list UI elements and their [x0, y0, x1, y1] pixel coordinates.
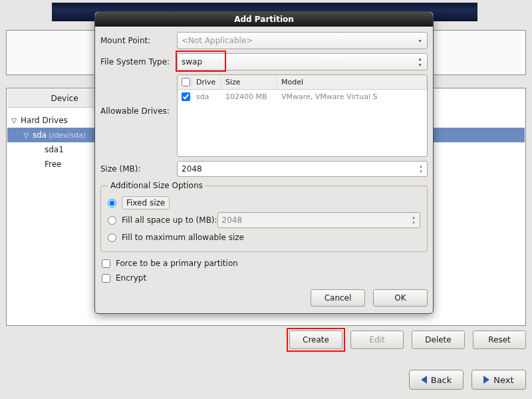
col-size: Size — [221, 75, 277, 89]
col-drive: Drive — [192, 75, 221, 89]
radio-fill-up-to-label: Fill all space up to (MB): — [122, 215, 217, 225]
tree-label: Hard Drives — [21, 116, 68, 125]
wizard-nav-bar: Back Next — [6, 370, 526, 390]
drive-size: 102400 MB — [221, 90, 277, 104]
radio-fill-max[interactable] — [108, 233, 116, 242]
force-primary-checkbox[interactable] — [102, 259, 110, 268]
drive-model: VMware, VMware Virtual S — [277, 90, 427, 104]
additional-size-legend: Additional Size Options — [108, 181, 205, 190]
updown-icon: ▴▾ — [415, 56, 425, 68]
arrow-left-icon — [421, 376, 427, 384]
mount-point-value: <Not Applicable> — [182, 36, 253, 45]
additional-size-options: Additional Size Options Fixed size Fill … — [100, 181, 428, 252]
radio-fill-up-to[interactable] — [108, 216, 116, 225]
fstype-value: swap — [182, 57, 202, 66]
size-label: Size (MB): — [100, 164, 177, 174]
disclosure-triangle-icon[interactable]: ▽ — [10, 116, 18, 124]
drive-name: sda — [192, 90, 221, 104]
cancel-button[interactable]: Cancel — [311, 289, 365, 307]
spinbox-icon: ▴▾ — [409, 213, 418, 227]
mount-point-dropdown[interactable]: <Not Applicable> ▾ — [177, 32, 428, 49]
tree-device-path: (/dev/sda) — [49, 131, 86, 140]
dialog-title: Add Partition — [95, 12, 433, 27]
encrypt-checkbox[interactable] — [102, 274, 110, 283]
partition-action-bar: Create Edit Delete Reset — [6, 331, 526, 349]
drive-row-sda[interactable]: sda 102400 MB VMware, VMware Virtual S — [178, 90, 427, 104]
delete-button[interactable]: Delete — [412, 331, 465, 349]
col-model: Model — [277, 75, 427, 89]
ok-button[interactable]: OK — [373, 289, 428, 307]
radio-fill-max-label: Fill to maximum allowable size — [122, 233, 244, 242]
fstype-label: File System Type: — [100, 57, 177, 66]
drive-row-checkbox[interactable] — [182, 92, 190, 101]
radio-fixed-size[interactable] — [108, 199, 116, 207]
allowable-drives-label: Allowable Drives: — [100, 74, 177, 116]
edit-button: Edit — [350, 331, 404, 349]
fstype-dropdown[interactable]: swap ▴▾ — [177, 53, 428, 70]
chevron-down-icon: ▾ — [415, 35, 425, 47]
add-partition-dialog: Add Partition Mount Point: <Not Applicab… — [94, 11, 434, 314]
tree-label: sda — [33, 130, 47, 140]
arrow-right-icon — [483, 376, 489, 384]
next-label: Next — [493, 375, 513, 385]
tree-label: Free — [45, 160, 61, 169]
radio-fixed-size-label: Fixed size — [122, 196, 170, 209]
mount-point-label: Mount Point: — [100, 36, 177, 45]
fill-up-to-value: 2048 — [222, 215, 243, 225]
spinbox-icon[interactable]: ▴▾ — [416, 162, 426, 176]
tree-label: sda1 — [45, 145, 64, 154]
size-input[interactable]: 2048 ▴▾ — [177, 161, 428, 177]
drives-select-all-checkbox[interactable] — [182, 78, 190, 86]
next-button[interactable]: Next — [471, 370, 526, 390]
disclosure-triangle-icon[interactable]: ▽ — [22, 131, 30, 139]
back-button[interactable]: Back — [409, 370, 464, 390]
create-button[interactable]: Create — [289, 331, 342, 349]
force-primary-label: Force to be a primary partition — [116, 259, 238, 268]
back-label: Back — [431, 375, 452, 385]
drives-header: Drive Size Model — [178, 75, 427, 90]
reset-button[interactable]: Reset — [473, 331, 526, 349]
allowable-drives-list[interactable]: Drive Size Model sda 102400 MB VMware, V… — [177, 74, 428, 157]
size-value: 2048 — [182, 164, 202, 174]
encrypt-label: Encrypt — [116, 273, 146, 283]
fill-up-to-input: 2048 ▴▾ — [217, 212, 420, 228]
